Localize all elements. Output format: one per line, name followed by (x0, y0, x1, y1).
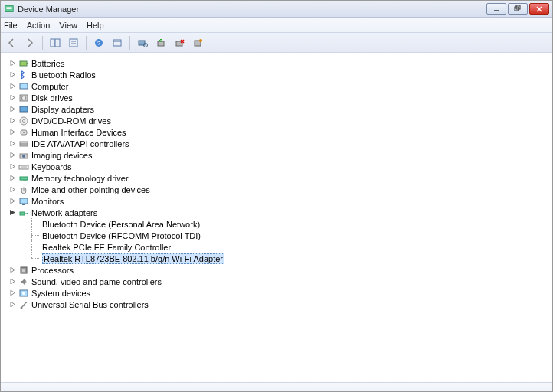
expander-icon[interactable] (8, 151, 17, 159)
menu-action[interactable]: Action (27, 21, 51, 30)
svg-marker-47 (11, 152, 15, 158)
category-label: Imaging devices (31, 151, 93, 160)
menu-view[interactable]: View (59, 21, 77, 30)
expander-icon[interactable] (8, 116, 17, 125)
category-label: Memory technology driver (31, 174, 129, 183)
tree-category[interactable]: Processors (7, 264, 552, 276)
tree-device[interactable]: Bluetooth Device (RFCOMM Protocol TDI) (28, 230, 552, 241)
back-button[interactable] (4, 35, 19, 51)
category-label: Mice and other pointing devices (31, 185, 150, 194)
tree-category[interactable]: Mice and other pointing devices (7, 184, 552, 195)
hid-icon (18, 127, 29, 138)
expander-icon[interactable] (8, 93, 17, 102)
svg-marker-25 (11, 60, 15, 66)
tree-category[interactable]: Bluetooth Radios (7, 69, 552, 80)
tree-device[interactable]: Realtek PCIe FE Family Controller (28, 241, 552, 253)
maximize-button[interactable] (508, 3, 528, 15)
svg-rect-26 (20, 61, 27, 66)
disable-button[interactable] (190, 35, 205, 51)
tree-category[interactable]: Sound, video and game controllers (7, 276, 552, 287)
tree-category[interactable]: Imaging devices (7, 149, 552, 161)
tree-category[interactable]: IDE ATA/ATAPI controllers (7, 138, 552, 149)
system-icon (18, 288, 29, 299)
tree-category[interactable]: Network adapters (7, 207, 552, 218)
tree-device[interactable]: Realtek RTL8723BE 802.11 b/g/n Wi-Fi Ada… (28, 253, 552, 264)
svg-rect-65 (20, 212, 25, 215)
expander-icon[interactable] (8, 277, 17, 286)
display-icon (18, 104, 29, 115)
memory-icon (18, 173, 29, 184)
svg-point-34 (22, 96, 26, 100)
tree-category[interactable]: Computer (7, 80, 552, 92)
tree-category[interactable]: DVD/CD-ROM drives (7, 115, 552, 126)
svg-marker-83 (11, 279, 15, 284)
toolbar-separator (86, 36, 87, 50)
close-button[interactable] (529, 3, 549, 15)
expander-icon[interactable] (8, 128, 17, 136)
update-driver-button[interactable] (153, 35, 169, 51)
statusbar (1, 382, 552, 391)
tree-category[interactable]: Keyboards (7, 161, 552, 172)
svg-marker-58 (11, 187, 15, 192)
tree-category[interactable]: Human Interface Devices (7, 126, 552, 138)
svg-marker-32 (11, 95, 15, 100)
expander-icon[interactable] (8, 266, 17, 274)
properties-button[interactable] (66, 35, 81, 51)
category-label: Network adapters (31, 208, 97, 217)
uninstall-button[interactable] (172, 35, 187, 51)
svg-marker-28 (11, 72, 15, 77)
tree-category[interactable]: Batteries (7, 57, 552, 69)
expander-icon[interactable] (8, 300, 17, 309)
expander-icon[interactable] (8, 59, 17, 67)
svg-marker-80 (11, 267, 15, 273)
forward-button[interactable] (22, 35, 38, 51)
tree-category[interactable]: Disk drives (7, 92, 552, 103)
tree-branch (28, 218, 42, 230)
tree-branch (28, 241, 42, 253)
minimize-button[interactable] (486, 3, 506, 15)
expander-icon[interactable] (8, 289, 17, 297)
tree-device[interactable]: Bluetooth Device (Personal Area Network) (28, 218, 552, 230)
expander-icon[interactable] (8, 70, 17, 79)
expander-icon[interactable] (8, 174, 17, 182)
tree-category[interactable]: Display adapters (7, 103, 552, 115)
imaging-icon (18, 150, 29, 161)
expander-icon[interactable] (8, 208, 17, 217)
expander-icon[interactable] (8, 105, 17, 113)
svg-point-49 (22, 155, 25, 158)
svg-rect-91 (25, 302, 27, 303)
tree-category[interactable]: Monitors (7, 195, 552, 207)
svg-marker-44 (11, 141, 15, 146)
action-button[interactable] (110, 35, 125, 51)
category-label: Sound, video and game controllers (31, 277, 162, 286)
expander-icon[interactable] (8, 139, 17, 148)
svg-point-90 (24, 305, 25, 306)
svg-rect-10 (70, 39, 77, 47)
tree-category[interactable]: Universal Serial Bus controllers (7, 299, 552, 310)
expander-icon[interactable] (8, 162, 17, 171)
scan-button[interactable] (135, 35, 150, 51)
toolbar-separator (42, 36, 43, 50)
device-tree[interactable]: BatteriesBluetooth RadiosComputerDisk dr… (1, 53, 552, 382)
expander-icon[interactable] (8, 82, 17, 90)
svg-rect-54 (20, 177, 28, 180)
battery-icon (18, 58, 29, 69)
menu-file[interactable]: File (4, 21, 18, 30)
svg-rect-82 (22, 269, 25, 272)
tree-branch (28, 253, 42, 264)
svg-rect-27 (27, 63, 28, 64)
expander-icon[interactable] (8, 197, 17, 205)
expander-icon[interactable] (8, 185, 17, 194)
category-label: Universal Serial Bus controllers (31, 300, 149, 309)
svg-marker-61 (11, 198, 15, 204)
category-label: IDE ATA/ATAPI controllers (31, 139, 129, 149)
category-label: Keyboards (31, 162, 72, 172)
tree-branch (28, 230, 42, 241)
tree-category[interactable]: Memory technology driver (7, 172, 552, 184)
help-button[interactable]: ? (91, 35, 106, 51)
tree-category[interactable]: System devices (7, 287, 552, 299)
menu-help[interactable]: Help (87, 21, 104, 30)
show-hide-tree-button[interactable] (47, 35, 63, 51)
svg-marker-84 (11, 290, 15, 296)
processor-icon (18, 265, 29, 276)
